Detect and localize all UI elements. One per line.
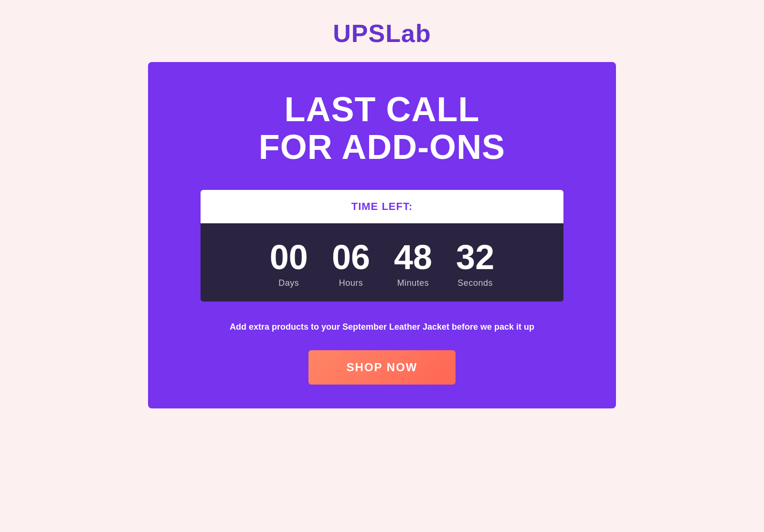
- main-card: LAST CALL FOR ADD-ONS TIME LEFT: 00 Days…: [148, 62, 616, 408]
- hours-unit: 06 Hours: [332, 240, 370, 288]
- time-units-row: 00 Days 06 Hours 48 Minutes 32 Seconds: [201, 223, 563, 302]
- seconds-unit: 32 Seconds: [456, 240, 494, 288]
- days-label: Days: [278, 278, 299, 288]
- countdown-container: TIME LEFT: 00 Days 06 Hours 48 Minutes 3…: [201, 190, 563, 302]
- time-left-header: TIME LEFT:: [201, 190, 563, 223]
- minutes-value: 48: [394, 240, 432, 274]
- logo-text: UPSLab: [333, 20, 431, 47]
- headline: LAST CALL FOR ADD-ONS: [259, 91, 505, 166]
- days-value: 00: [270, 240, 308, 274]
- hours-label: Hours: [339, 278, 363, 288]
- days-unit: 00 Days: [270, 240, 308, 288]
- subtitle-text: Add extra products to your September Lea…: [230, 321, 534, 334]
- seconds-label: Seconds: [457, 278, 493, 288]
- minutes-unit: 48 Minutes: [394, 240, 432, 288]
- time-left-label: TIME LEFT:: [351, 200, 413, 212]
- logo-area: UPSLab: [333, 19, 431, 48]
- minutes-label: Minutes: [397, 278, 429, 288]
- shop-now-button[interactable]: SHOP NOW: [308, 350, 456, 385]
- seconds-value: 32: [456, 240, 494, 274]
- hours-value: 06: [332, 240, 370, 274]
